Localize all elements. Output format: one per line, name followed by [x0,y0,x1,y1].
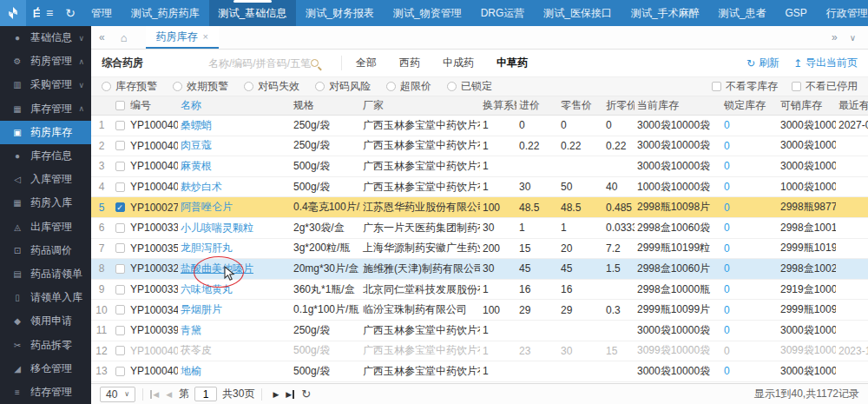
col-spec[interactable]: 规格 [291,98,360,113]
table-row[interactable]: 8YP10003240盐酸曲美他嗪片20mg*30片/盒施维雅(天津)制药有限公… [91,259,868,280]
sidebar-item-0[interactable]: ●基础信息∨ [0,26,91,50]
sidebar-item-8[interactable]: ◬出库管理 [0,215,91,239]
table-row[interactable]: 5✓YP10002782阿普唑仑片0.4毫克100片/瓶江苏恩华药业股份有限公司… [91,197,868,218]
next-page-button[interactable]: ▶ [269,390,282,399]
col-code[interactable]: 编号 [128,98,178,113]
drug-name-link[interactable]: 桑螵蛸 [178,118,291,133]
table-row[interactable]: 7YP10003500龙胆泻肝丸3g*200粒/瓶上海华源制药安徽广生药业...… [91,239,868,260]
col-sellable[interactable]: 可销库存 [778,98,836,113]
row-checkbox[interactable] [112,141,128,150]
table-row[interactable]: 4YP10004029麸炒白术500g/袋广西玉林参宝堂中药饮片有...1305… [91,177,868,198]
close-tab-icon[interactable]: × [203,31,208,42]
tabs-scroll-right-icon[interactable]: » [832,31,838,43]
filter-radio-1[interactable]: 效期预警 [173,79,228,94]
home-tab-icon[interactable]: ⌂ [113,26,135,49]
tabs-scroll-left-icon[interactable]: « [91,26,113,49]
collapse-sidebar-icon[interactable]: ≡ [40,0,59,26]
filter-radio-4[interactable]: 超限价 [386,79,431,94]
col-factor[interactable]: 换算系数 [480,98,516,113]
drug-name-link[interactable]: 盐酸曲美他嗪片 [178,262,291,276]
row-checkbox[interactable] [112,285,128,295]
locked-stock-link[interactable]: 0 [721,283,778,295]
export-page-button[interactable]: ↥ 导出当前页 [793,56,858,70]
table-row[interactable]: 9YP10003361六味地黄丸360丸*1瓶/盒北京同仁堂科技发展股份有...… [91,280,868,301]
sidebar-item-7[interactable]: ▦药房入库 [0,191,91,215]
filter-radio-2[interactable]: 对码失效 [244,79,299,94]
row-checkbox[interactable]: ✓ [112,202,128,212]
sidebar-item-15[interactable]: ≡结存管理 [0,381,91,404]
locked-stock-link[interactable]: 0 [721,262,778,275]
tabs-menu-chevron-icon[interactable]: ∨ [850,33,856,43]
drug-name-link[interactable]: 龙胆泻肝丸 [178,241,291,255]
table-row[interactable]: 10YP10003440异烟肼片0.1g*100片/瓶临汾宝珠制药有限公司100… [91,300,868,321]
col-split[interactable]: 折零价 [603,98,635,113]
menu-item-8[interactable]: 测试_患者 [709,0,776,26]
locked-stock-link[interactable]: 0 [721,202,778,214]
row-checkbox[interactable] [112,243,128,253]
drug-name-link[interactable]: 异烟肼片 [178,302,291,317]
locked-stock-link[interactable]: 0 [721,160,778,172]
menu-item-10[interactable]: 行政管理 [817,0,868,26]
locked-stock-link[interactable]: 0 [721,119,778,131]
table-row[interactable]: 2YP10004023肉豆蔻250g/袋广西玉林参宝堂中药饮片有...10.22… [91,136,868,157]
last-page-button[interactable]: ▶ [282,390,294,399]
menu-item-5[interactable]: DRG运营 [471,0,535,26]
drug-name-link[interactable]: 麻黄根 [178,159,291,174]
search-icon[interactable] [311,59,319,67]
menu-item-9[interactable]: GSP [775,0,816,26]
row-checkbox[interactable] [112,121,128,130]
pager-refresh-icon[interactable]: ↻ [301,387,311,401]
menu-item-0[interactable]: 管理 [82,0,122,26]
first-page-button[interactable]: ◀ [150,390,162,399]
sidebar-item-13[interactable]: ✂药品拆零 [0,333,91,356]
menu-item-2[interactable]: 测试_基础信息 [209,0,297,26]
col-retail[interactable]: 零售价 [558,98,603,113]
table-row[interactable]: 13YP10004003地榆500g/袋广西玉林参宝堂中药饮片有...13000… [91,361,868,382]
filter-radio-0[interactable]: 库存预警 [102,79,157,94]
sidebar-item-3[interactable]: ▦库存管理∧ [0,97,91,121]
sidebar-item-14[interactable]: ◢移仓管理 [0,357,91,381]
sidebar-item-2[interactable]: ▥采购管理∨ [0,73,91,96]
locked-stock-link[interactable]: 0 [721,222,778,234]
category-tab-1[interactable]: 西药 [399,56,420,70]
drug-name-link[interactable]: 麸炒白术 [178,180,291,195]
row-checkbox[interactable] [112,223,128,233]
filter-checkbox-1[interactable]: 不看已停用 [792,79,858,94]
sidebar-item-10[interactable]: ▤药品请领单 [0,262,91,286]
locked-stock-link[interactable]: 0 [721,345,778,357]
filter-radio-5[interactable]: 已锁定 [447,79,492,94]
drug-name-link[interactable]: 地榆 [178,364,291,379]
drug-name-link[interactable]: 阿普唑仑片 [178,200,291,215]
col-name[interactable]: 名称 [178,98,291,113]
filter-radio-3[interactable]: 对码风险 [315,79,371,94]
drug-name-link[interactable]: 六味地黄丸 [178,282,291,297]
row-checkbox[interactable] [112,326,128,335]
locked-stock-link[interactable]: 0 [721,140,778,152]
menu-item-1[interactable]: 测试_药房药库 [122,0,209,26]
locked-stock-link[interactable]: 0 [721,181,778,193]
menu-item-7[interactable]: 测试_手术麻醉 [621,0,709,26]
pharmacy-select[interactable]: 综合药房 [102,56,143,70]
row-checkbox[interactable] [112,182,128,192]
table-row[interactable]: 11YP10003989青黛250g/袋广西玉林参宝堂中药饮片有...13000… [91,321,868,341]
menu-item-4[interactable]: 测试_物资管理 [384,0,471,26]
sidebar-item-5[interactable]: ●库存信息 [0,144,91,168]
row-checkbox[interactable] [112,367,128,376]
table-row[interactable]: 6YP10003360小儿咳喘灵颗粒2g*30袋/盒广东一片天医药集团制药有..… [91,218,868,239]
row-checkbox[interactable] [112,162,128,171]
search-input[interactable] [208,57,311,70]
sidebar-item-1[interactable]: ⚙药房管理∧ [0,50,91,73]
app-logo[interactable] [0,0,26,26]
row-checkbox[interactable] [112,264,128,274]
col-maker[interactable]: 厂家 [360,98,480,113]
filter-checkbox-0[interactable]: 不看零库存 [712,79,778,94]
locked-stock-link[interactable]: 0 [721,242,778,255]
tab-pharmacy-stock[interactable]: 药房库存 × [146,26,219,49]
drug-name-link[interactable]: 茯苓皮 [178,343,291,358]
locked-stock-link[interactable]: 0 [721,324,778,336]
sidebar-item-11[interactable]: ▯请领单入库 [0,286,91,309]
drug-name-link[interactable]: 肉豆蔻 [178,138,291,153]
prev-page-button[interactable]: ◀ [162,390,175,399]
col-purchase[interactable]: 进价 [516,98,558,113]
sidebar-item-4[interactable]: ▣药房库存 [0,121,91,144]
